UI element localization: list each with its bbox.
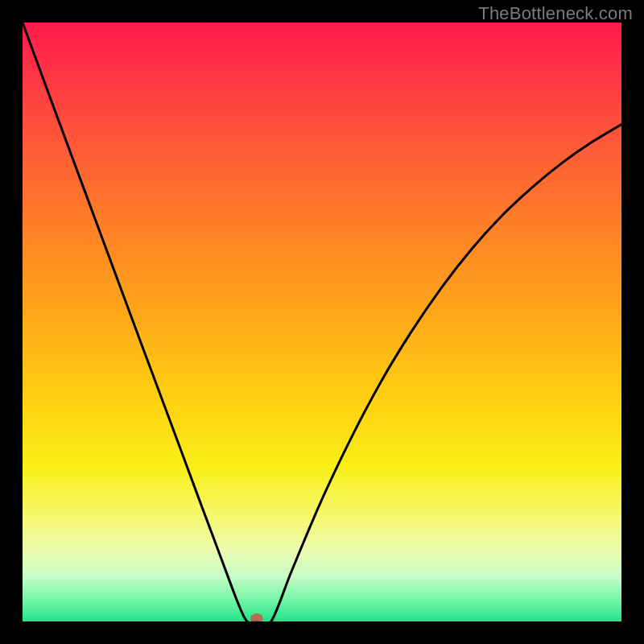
curve-minimum-marker [250,613,263,621]
bottleneck-curve [23,23,621,621]
curve-layer [23,23,621,621]
watermark-text: TheBottleneck.com [478,3,633,24]
chart-frame: TheBottleneck.com [0,0,644,644]
plot-area [23,23,621,621]
